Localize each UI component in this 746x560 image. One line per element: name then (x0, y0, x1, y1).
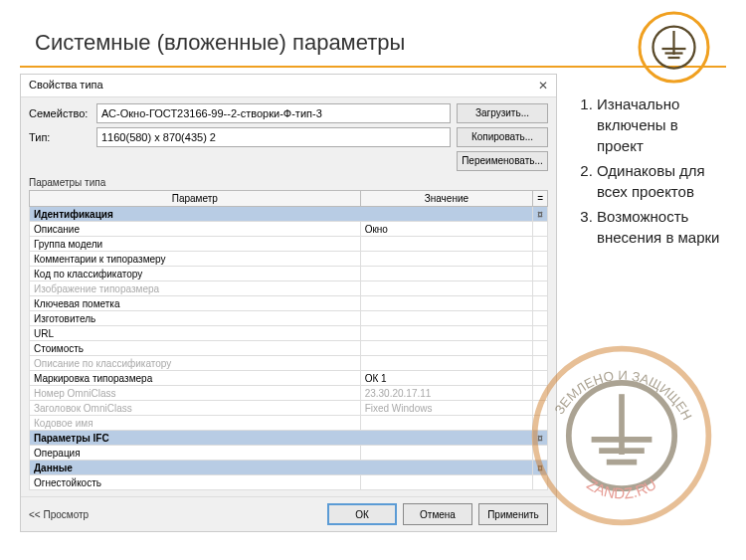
type-properties-dialog: Свойства типа ✕ Семейство: Загрузить... … (20, 74, 557, 532)
close-icon[interactable]: ✕ (538, 79, 548, 93)
table-row[interactable]: Операция (30, 446, 548, 461)
page-title: Системные (вложенные) параметры (0, 0, 746, 66)
preview-button[interactable]: << Просмотр (29, 509, 89, 520)
table-row[interactable]: Ключевая пометка (30, 296, 548, 311)
ok-button[interactable]: ОК (327, 503, 397, 525)
list-item: Изначально включены в проект (597, 93, 726, 156)
table-row[interactable]: ОписаниеОкно (30, 222, 548, 237)
title-divider (20, 66, 726, 68)
copy-button[interactable]: Копировать... (457, 127, 548, 147)
col-param: Параметр (30, 191, 361, 207)
table-row[interactable]: Описание по классификатору (30, 356, 548, 371)
table-row[interactable]: Огнестойкость (30, 475, 548, 490)
table-row[interactable]: Изображение типоразмера (30, 281, 548, 296)
load-button[interactable]: Загрузить... (457, 103, 548, 123)
table-row[interactable]: Изготовитель (30, 311, 548, 326)
table-row[interactable]: Номер OmniClass23.30.20.17.11 (30, 386, 548, 401)
table-row[interactable]: Группа модели (30, 237, 548, 252)
table-row[interactable]: URL (30, 326, 548, 341)
params-table: Параметр Значение = Идентификация¤Описан… (29, 190, 548, 490)
param-group-header: Данные¤ (30, 461, 548, 475)
family-label: Семейство: (29, 107, 91, 119)
list-item: Возможность внесения в марки (597, 206, 726, 248)
type-label: Тип: (29, 131, 91, 143)
list-item: Одинаковы для всех проектов (597, 160, 726, 202)
table-row[interactable]: Стоимость (30, 341, 548, 356)
type-select[interactable] (96, 127, 451, 147)
family-select[interactable] (96, 103, 451, 123)
col-value: Значение (360, 191, 533, 207)
dialog-title: Свойства типа (29, 79, 103, 93)
table-row[interactable]: Кодовое имя (30, 416, 548, 431)
param-group-header: Идентификация¤ (30, 207, 548, 222)
table-row[interactable]: Маркировка типоразмераОК 1 (30, 371, 548, 386)
params-section-label: Параметры типа (29, 177, 548, 188)
table-row[interactable]: Код по классификатору (30, 267, 548, 281)
table-row[interactable]: Заголовок OmniClassFixed Windows (30, 401, 548, 416)
notes-list: Изначально включены в проектОдинаковы дл… (557, 74, 746, 532)
table-row[interactable]: Комментарии к типоразмеру (30, 252, 548, 267)
col-equals: = (533, 191, 548, 207)
rename-button[interactable]: Переименовать... (457, 151, 548, 171)
cancel-button[interactable]: Отмена (403, 503, 472, 525)
param-group-header: Параметры IFC¤ (30, 431, 548, 446)
